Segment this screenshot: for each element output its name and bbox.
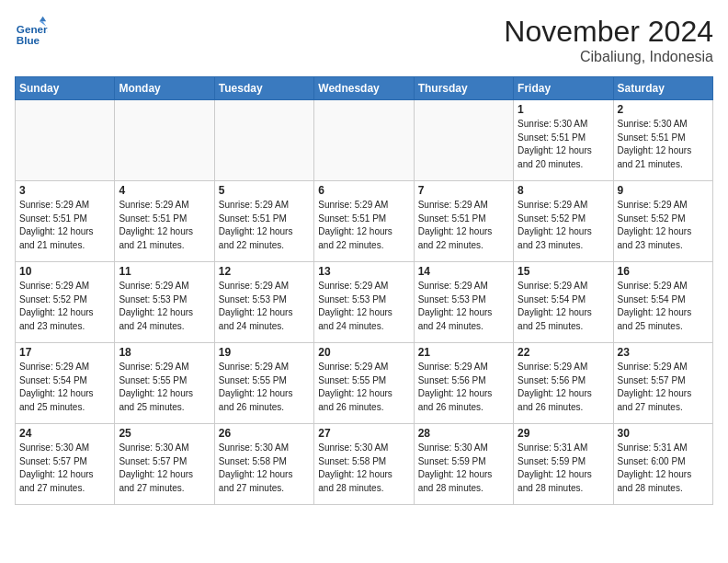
calendar-cell: 29Sunrise: 5:31 AM Sunset: 5:59 PM Dayli… <box>514 424 613 505</box>
day-number: 2 <box>618 103 709 116</box>
calendar-cell: 5Sunrise: 5:29 AM Sunset: 5:51 PM Daylig… <box>214 181 313 262</box>
day-number: 23 <box>618 346 709 359</box>
day-number: 7 <box>418 184 509 197</box>
calendar-cell: 2Sunrise: 5:30 AM Sunset: 5:51 PM Daylig… <box>613 100 712 181</box>
day-info: Sunrise: 5:29 AM Sunset: 5:54 PM Dayligh… <box>518 280 609 333</box>
calendar-cell: 27Sunrise: 5:30 AM Sunset: 5:58 PM Dayli… <box>314 424 414 505</box>
calendar-cell: 11Sunrise: 5:29 AM Sunset: 5:53 PM Dayli… <box>115 262 214 343</box>
calendar-week-row: 10Sunrise: 5:29 AM Sunset: 5:52 PM Dayli… <box>16 262 713 343</box>
calendar-cell: 3Sunrise: 5:29 AM Sunset: 5:51 PM Daylig… <box>16 181 115 262</box>
day-number: 18 <box>119 346 210 359</box>
calendar-cell: 19Sunrise: 5:29 AM Sunset: 5:55 PM Dayli… <box>214 343 313 424</box>
weekday-header: Monday <box>115 77 214 100</box>
location: Cibaliung, Indonesia <box>504 49 713 65</box>
day-number: 10 <box>19 265 110 278</box>
page-header: General Blue November 2024 Cibaliung, In… <box>15 15 713 65</box>
weekday-header: Tuesday <box>214 77 313 100</box>
day-info: Sunrise: 5:29 AM Sunset: 5:51 PM Dayligh… <box>219 199 310 252</box>
day-info: Sunrise: 5:30 AM Sunset: 5:57 PM Dayligh… <box>19 442 110 495</box>
day-number: 15 <box>518 265 609 278</box>
weekday-header: Saturday <box>613 77 712 100</box>
title-block: November 2024 Cibaliung, Indonesia <box>504 15 713 65</box>
day-info: Sunrise: 5:29 AM Sunset: 5:53 PM Dayligh… <box>418 280 509 333</box>
calendar-cell: 16Sunrise: 5:29 AM Sunset: 5:54 PM Dayli… <box>613 262 712 343</box>
calendar-cell: 24Sunrise: 5:30 AM Sunset: 5:57 PM Dayli… <box>16 424 115 505</box>
month-title: November 2024 <box>504 15 713 49</box>
calendar-cell: 25Sunrise: 5:30 AM Sunset: 5:57 PM Dayli… <box>115 424 214 505</box>
day-number: 22 <box>518 346 609 359</box>
calendar-cell: 6Sunrise: 5:29 AM Sunset: 5:51 PM Daylig… <box>314 181 414 262</box>
day-number: 5 <box>219 184 310 197</box>
logo: General Blue <box>15 15 48 48</box>
calendar-cell: 12Sunrise: 5:29 AM Sunset: 5:53 PM Dayli… <box>214 262 313 343</box>
day-info: Sunrise: 5:29 AM Sunset: 5:54 PM Dayligh… <box>618 280 709 333</box>
calendar-cell <box>16 100 115 181</box>
day-number: 28 <box>418 427 509 440</box>
day-number: 20 <box>318 346 409 359</box>
day-info: Sunrise: 5:29 AM Sunset: 5:55 PM Dayligh… <box>119 361 210 414</box>
calendar-cell: 13Sunrise: 5:29 AM Sunset: 5:53 PM Dayli… <box>314 262 414 343</box>
day-info: Sunrise: 5:29 AM Sunset: 5:51 PM Dayligh… <box>318 199 409 252</box>
day-number: 4 <box>119 184 210 197</box>
calendar-cell: 1Sunrise: 5:30 AM Sunset: 5:51 PM Daylig… <box>514 100 613 181</box>
day-info: Sunrise: 5:29 AM Sunset: 5:51 PM Dayligh… <box>19 199 110 252</box>
calendar-cell: 21Sunrise: 5:29 AM Sunset: 5:56 PM Dayli… <box>414 343 513 424</box>
calendar-cell: 14Sunrise: 5:29 AM Sunset: 5:53 PM Dayli… <box>414 262 513 343</box>
day-number: 13 <box>318 265 409 278</box>
calendar-cell <box>314 100 414 181</box>
day-info: Sunrise: 5:30 AM Sunset: 5:51 PM Dayligh… <box>518 118 609 171</box>
day-info: Sunrise: 5:29 AM Sunset: 5:54 PM Dayligh… <box>19 361 110 414</box>
calendar-cell <box>214 100 313 181</box>
weekday-header: Friday <box>514 77 613 100</box>
day-number: 25 <box>119 427 210 440</box>
day-info: Sunrise: 5:30 AM Sunset: 5:57 PM Dayligh… <box>119 442 210 495</box>
svg-text:Blue: Blue <box>17 34 40 46</box>
day-info: Sunrise: 5:29 AM Sunset: 5:56 PM Dayligh… <box>518 361 609 414</box>
day-info: Sunrise: 5:29 AM Sunset: 5:53 PM Dayligh… <box>318 280 409 333</box>
calendar-cell: 10Sunrise: 5:29 AM Sunset: 5:52 PM Dayli… <box>16 262 115 343</box>
day-number: 21 <box>418 346 509 359</box>
day-info: Sunrise: 5:30 AM Sunset: 5:59 PM Dayligh… <box>418 442 509 495</box>
weekday-header: Thursday <box>414 77 513 100</box>
calendar-cell: 15Sunrise: 5:29 AM Sunset: 5:54 PM Dayli… <box>514 262 613 343</box>
day-info: Sunrise: 5:29 AM Sunset: 5:56 PM Dayligh… <box>418 361 509 414</box>
day-info: Sunrise: 5:29 AM Sunset: 5:51 PM Dayligh… <box>418 199 509 252</box>
calendar-cell: 26Sunrise: 5:30 AM Sunset: 5:58 PM Dayli… <box>214 424 313 505</box>
calendar-week-row: 17Sunrise: 5:29 AM Sunset: 5:54 PM Dayli… <box>16 343 713 424</box>
calendar-cell: 9Sunrise: 5:29 AM Sunset: 5:52 PM Daylig… <box>613 181 712 262</box>
day-number: 24 <box>19 427 110 440</box>
calendar-cell: 17Sunrise: 5:29 AM Sunset: 5:54 PM Dayli… <box>16 343 115 424</box>
day-info: Sunrise: 5:29 AM Sunset: 5:55 PM Dayligh… <box>219 361 310 414</box>
calendar-cell: 4Sunrise: 5:29 AM Sunset: 5:51 PM Daylig… <box>115 181 214 262</box>
day-number: 9 <box>618 184 709 197</box>
calendar-table: SundayMondayTuesdayWednesdayThursdayFrid… <box>15 76 713 505</box>
day-number: 11 <box>119 265 210 278</box>
calendar-cell: 28Sunrise: 5:30 AM Sunset: 5:59 PM Dayli… <box>414 424 513 505</box>
calendar-cell: 23Sunrise: 5:29 AM Sunset: 5:57 PM Dayli… <box>613 343 712 424</box>
day-info: Sunrise: 5:29 AM Sunset: 5:53 PM Dayligh… <box>219 280 310 333</box>
day-number: 8 <box>518 184 609 197</box>
calendar-cell: 20Sunrise: 5:29 AM Sunset: 5:55 PM Dayli… <box>314 343 414 424</box>
calendar-cell: 30Sunrise: 5:31 AM Sunset: 6:00 PM Dayli… <box>613 424 712 505</box>
calendar-cell <box>414 100 513 181</box>
calendar-cell: 7Sunrise: 5:29 AM Sunset: 5:51 PM Daylig… <box>414 181 513 262</box>
day-number: 6 <box>318 184 409 197</box>
day-number: 1 <box>518 103 609 116</box>
svg-marker-2 <box>40 17 46 21</box>
day-info: Sunrise: 5:29 AM Sunset: 5:52 PM Dayligh… <box>19 280 110 333</box>
day-info: Sunrise: 5:30 AM Sunset: 5:58 PM Dayligh… <box>219 442 310 495</box>
day-info: Sunrise: 5:29 AM Sunset: 5:52 PM Dayligh… <box>618 199 709 252</box>
day-number: 27 <box>318 427 409 440</box>
day-number: 30 <box>618 427 709 440</box>
calendar-week-row: 3Sunrise: 5:29 AM Sunset: 5:51 PM Daylig… <box>16 181 713 262</box>
day-number: 12 <box>219 265 310 278</box>
weekday-header: Sunday <box>16 77 115 100</box>
calendar-cell <box>115 100 214 181</box>
day-number: 19 <box>219 346 310 359</box>
calendar-cell: 18Sunrise: 5:29 AM Sunset: 5:55 PM Dayli… <box>115 343 214 424</box>
calendar-week-row: 1Sunrise: 5:30 AM Sunset: 5:51 PM Daylig… <box>16 100 713 181</box>
day-info: Sunrise: 5:29 AM Sunset: 5:53 PM Dayligh… <box>119 280 210 333</box>
day-info: Sunrise: 5:29 AM Sunset: 5:57 PM Dayligh… <box>618 361 709 414</box>
calendar-header-row: SundayMondayTuesdayWednesdayThursdayFrid… <box>16 77 713 100</box>
day-number: 16 <box>618 265 709 278</box>
